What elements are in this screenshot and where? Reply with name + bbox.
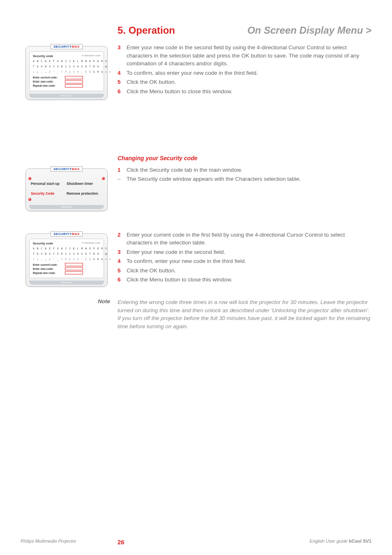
step-number: 3	[118, 248, 127, 256]
menu-remove-protection: Remove protection	[67, 191, 102, 196]
step-text: To confirm, enter your new code in the t…	[127, 257, 246, 265]
subheading-changing-code: Changing your Security code	[118, 155, 371, 161]
osd-hint: 4 character code	[82, 242, 100, 245]
step-number: 2	[118, 231, 127, 247]
note-label: Note	[21, 298, 118, 304]
osd-brand: SECURITYMAX	[51, 44, 83, 49]
step-text: Click the Menu button to close this wind…	[127, 276, 232, 284]
section-title: On Screen Display Menu >	[247, 25, 371, 36]
instruction-step: 3Enter your new code in the second field…	[118, 44, 371, 68]
instruction-step: 6Click the Menu button to close this win…	[118, 88, 371, 96]
osd-menu-thumb: SECURITYMAX Personal start-up Shutdown t…	[25, 168, 108, 211]
osd-char-row-1: A B C D E F G H I J K L M N O P Q R S	[33, 60, 100, 63]
osd-window-title: Security code	[33, 54, 53, 58]
instruction-step: 1Click the Security code tab in the main…	[118, 166, 371, 174]
step-number: 5	[118, 267, 127, 275]
step-number: 6	[118, 276, 127, 284]
osd-security-code-thumb-2: SECURITYMAX Security code 4 character co…	[25, 233, 108, 287]
footer-user-guide: User guide	[326, 539, 348, 543]
menu-personal-startup: Personal start-up	[31, 182, 67, 186]
footer-product: Philips Multimedia Projector	[21, 539, 76, 543]
footer-lang: English	[310, 539, 325, 543]
step-number: 5	[118, 78, 127, 86]
osd-brand: SECURITYMAX	[51, 166, 83, 172]
step-number: 4	[118, 257, 127, 265]
step-number: 1	[118, 166, 127, 174]
osd-security-code-thumb-1: SECURITYMAX Security code 4 character co…	[25, 46, 108, 100]
step-dash: –	[118, 175, 127, 183]
step-text: Enter your new code in the second field.	[127, 248, 225, 256]
instruction-step: 5Click the OK button.	[118, 78, 371, 86]
osd-char-row-2: T U V W X Y Z 0 1 2 3 4 5 6 7 8 9 @	[33, 65, 100, 68]
instruction-step: 6Click the Menu button to close this win…	[118, 276, 371, 284]
osd-window-title: Security code	[33, 242, 53, 245]
step-text: Click the Menu button to close this wind…	[127, 88, 232, 96]
step-text: To confirm, also enter your new code in …	[127, 69, 258, 77]
osd-footer-brand: PHILIPS	[29, 205, 104, 209]
step-text: Enter your current code in the first fie…	[127, 231, 371, 247]
instruction-step: 4To confirm, also enter your new code in…	[118, 69, 371, 77]
step-text: Click the Security code tab in the main …	[127, 166, 242, 174]
chapter-title: 5. Operation	[118, 25, 175, 36]
step-number: 3	[118, 44, 127, 68]
note-text: Entering the wrong code three times in a…	[118, 298, 371, 330]
instruction-step: 3Enter your new code in the second field…	[118, 248, 371, 256]
menu-security-code: Security Code	[31, 191, 67, 196]
osd-hint: 4 character code	[82, 54, 100, 58]
osd-footer-brand: PHILIPS	[29, 94, 104, 98]
instruction-step: 4To confirm, enter your new code in the …	[118, 257, 371, 265]
page-number: 26	[118, 539, 125, 546]
step-text: Enter your new code in the second field …	[127, 44, 371, 68]
instruction-step: –The Security code window appears with t…	[118, 175, 371, 183]
osd-char-row-3: : ; . , / ' _ ! ? ( ) + - [ ] % ¥ $ ← ⏎	[33, 70, 100, 74]
osd-brand: SECURITYMAX	[51, 231, 83, 237]
step-number: 6	[118, 88, 127, 96]
step-text: The Security code window appears with th…	[127, 175, 301, 183]
menu-shutdown-timer: Shutdown timer	[67, 182, 102, 186]
footer-model: bCool SV1	[349, 539, 371, 543]
step-text: Click the OK button.	[127, 267, 176, 275]
instruction-step: 5Click the OK button.	[118, 267, 371, 275]
instruction-step: 2Enter your current code in the first fi…	[118, 231, 371, 247]
step-text: Click the OK button.	[127, 78, 176, 86]
step-number: 4	[118, 69, 127, 77]
